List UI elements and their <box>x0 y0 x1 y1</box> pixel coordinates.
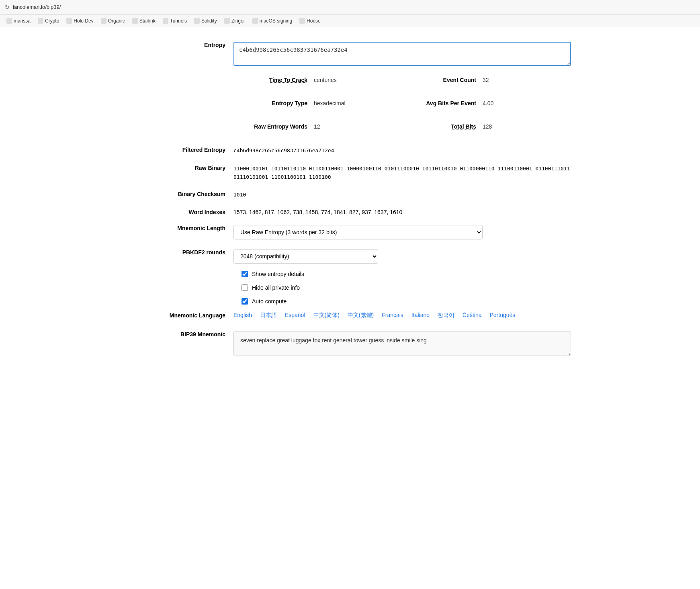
bip39-mnemonic-row: BIP39 Mnemonic seven replace great lugga… <box>129 329 571 357</box>
bookmark-tunnels[interactable]: Tunnels <box>160 17 190 25</box>
avg-bits-label: Avg Bits Per Event <box>402 100 483 106</box>
address-bar: ↻ iancoleman.io/bip39/ <box>0 0 700 14</box>
bookmark-macos-signing[interactable]: macOS signing <box>249 17 295 25</box>
bookmark-crypto-label: Crypto <box>45 18 59 24</box>
raw-binary-row: Raw Binary 11000100101 10110110110 01100… <box>129 162 571 182</box>
avg-bits-value: 4.00 <box>483 100 493 106</box>
bookmark-holo-dev[interactable]: Holo Dev <box>63 17 96 25</box>
bookmark-folder-icon <box>194 18 200 24</box>
bookmark-zinger-label: Zinger <box>231 18 245 24</box>
main-content: Entropy c4b6d998c265c56c983731676ea732e4… <box>0 27 700 589</box>
show-entropy-details-label[interactable]: Show entropy details <box>252 271 304 277</box>
event-count-col: Event Count 32 <box>402 77 571 83</box>
bookmark-starlink[interactable]: Starlink <box>129 17 159 25</box>
raw-binary-label: Raw Binary <box>129 162 233 171</box>
binary-checksum-row: Binary Checksum 1010 <box>129 188 571 199</box>
bookmark-solidity-label: Solidity <box>201 18 217 24</box>
language-link-italian[interactable]: Italiano <box>411 312 430 319</box>
raw-entropy-words-values: Raw Entropy Words 12 Total Bits 128 <box>233 121 571 137</box>
reload-icon: ↻ <box>5 4 10 10</box>
entropy-input[interactable]: c4b6d998c265c56c983731676ea732e4 <box>233 42 571 66</box>
entropy-type-label: Entropy Type <box>233 100 314 106</box>
bookmark-folder-icon <box>299 18 305 24</box>
bookmark-solidity[interactable]: Solidity <box>191 17 220 25</box>
bip39-mnemonic-wrapper: seven replace great luggage fox rent gen… <box>233 329 571 357</box>
bookmark-organic[interactable]: Organic <box>98 17 128 25</box>
raw-entropy-words-label: Raw Entropy Words <box>233 123 314 130</box>
bookmark-zinger[interactable]: Zinger <box>221 17 248 25</box>
bookmark-marissa[interactable]: marissa <box>3 17 34 25</box>
bookmark-folder-icon <box>224 18 230 24</box>
bookmarks-bar: marissa Crypto Holo Dev Organic Starlink… <box>0 14 700 27</box>
mnemonic-language-row: Mnemonic Language English日本語Español中文(简体… <box>129 312 571 319</box>
language-link-spanish[interactable]: Español <box>285 312 305 319</box>
language-link-portuguese[interactable]: Português <box>489 312 515 319</box>
language-link-english[interactable]: English <box>233 312 252 319</box>
show-entropy-details-checkbox[interactable] <box>242 271 248 277</box>
auto-compute-checkbox[interactable] <box>242 298 248 305</box>
bookmark-folder-icon <box>252 18 258 24</box>
bookmark-crypto[interactable]: Crypto <box>35 17 62 25</box>
pbkdf2-rounds-select[interactable]: 2048 (compatibility)10000Custom <box>233 249 378 264</box>
filtered-entropy-label: Filtered Entropy <box>129 144 233 153</box>
language-link-korean[interactable]: 한국어 <box>438 312 454 319</box>
raw-entropy-words-row: Raw Entropy Words 12 Total Bits 128 <box>129 121 571 137</box>
bookmark-starlink-label: Starlink <box>139 18 156 24</box>
word-indexes-row: Word Indexes 1573, 1462, 817, 1062, 738,… <box>129 207 571 215</box>
raw-entropy-words-col: Raw Entropy Words 12 <box>233 123 402 130</box>
language-link-french[interactable]: Français <box>382 312 403 319</box>
bookmark-house[interactable]: House <box>296 17 324 25</box>
spacer-label3 <box>129 121 233 123</box>
spacer-label <box>129 74 233 77</box>
two-col-raw-entropy: Raw Entropy Words 12 Total Bits 128 <box>233 123 571 130</box>
binary-checksum-text: 1010 <box>233 192 246 198</box>
filtered-entropy-row: Filtered Entropy c4b6d998c265c56c9837316… <box>129 144 571 155</box>
mnemonic-length-select[interactable]: Use Raw Entropy (3 words per 32 bits)12 … <box>233 225 483 239</box>
word-indexes-label: Word Indexes <box>129 207 233 215</box>
filtered-entropy-value: c4b6d998c265c56c983731676ea732e4 <box>233 144 571 155</box>
spacer-label2 <box>129 98 233 100</box>
bookmark-folder-icon <box>101 18 106 24</box>
form-section: Entropy c4b6d998c265c56c983731676ea732e4… <box>129 39 571 357</box>
time-event-row: Time To Crack centuries Event Count 32 <box>129 74 571 90</box>
bookmark-folder-icon <box>132 18 138 24</box>
mnemonic-length-row: Mnemonic Length Use Raw Entropy (3 words… <box>129 223 571 239</box>
word-indexes-value: 1573, 1462, 817, 1062, 738, 1458, 774, 1… <box>233 207 571 215</box>
raw-binary-value: 11000100101 10110110110 01100110001 1000… <box>233 162 571 182</box>
bookmark-macos-signing-label: macOS signing <box>260 18 292 24</box>
word-indexes-text: 1573, 1462, 817, 1062, 738, 1458, 774, 1… <box>233 209 402 215</box>
hide-private-info-row: Hide all private info <box>242 284 571 291</box>
bip39-mnemonic-label: BIP39 Mnemonic <box>129 329 233 337</box>
entropy-label: Entropy <box>129 39 233 48</box>
total-bits-col: Total Bits 128 <box>402 123 571 130</box>
pbkdf2-rounds-select-wrapper: 2048 (compatibility)10000Custom <box>233 247 571 264</box>
filtered-entropy-text: c4b6d998c265c56c983731676ea732e4 <box>233 147 334 153</box>
two-col-time-event: Time To Crack centuries Event Count 32 <box>233 77 571 83</box>
entropy-type-values: Entropy Type hexadecimal Avg Bits Per Ev… <box>233 98 571 114</box>
two-col-entropy-type: Entropy Type hexadecimal Avg Bits Per Ev… <box>233 100 571 106</box>
bookmark-holo-dev-label: Holo Dev <box>74 18 93 24</box>
total-bits-label: Total Bits <box>402 123 483 130</box>
time-to-crack-label: Time To Crack <box>233 77 314 83</box>
total-bits-value: 128 <box>483 123 492 130</box>
time-event-values: Time To Crack centuries Event Count 32 <box>233 74 571 90</box>
bookmark-organic-label: Organic <box>108 18 125 24</box>
language-link-czech[interactable]: Čeština <box>463 312 481 319</box>
mnemonic-language-label: Mnemonic Language <box>129 312 233 319</box>
bookmark-house-label: House <box>307 18 321 24</box>
url-display: iancoleman.io/bip39/ <box>13 4 61 10</box>
entropy-row: Entropy c4b6d998c265c56c983731676ea732e4 <box>129 39 571 67</box>
language-link-japanese[interactable]: 日本語 <box>260 312 277 319</box>
bookmark-tunnels-label: Tunnels <box>170 18 187 24</box>
raw-binary-text: 11000100101 10110110110 01100110001 1000… <box>233 166 570 180</box>
auto-compute-label[interactable]: Auto compute <box>252 298 287 305</box>
language-link-chinese-traditional[interactable]: 中文(繁體) <box>348 312 374 319</box>
event-count-value: 32 <box>483 77 489 83</box>
bookmark-folder-icon <box>38 18 43 24</box>
bip39-mnemonic-textarea[interactable]: seven replace great luggage fox rent gen… <box>233 331 571 356</box>
language-link-chinese-simplified[interactable]: 中文(简体) <box>313 312 340 319</box>
binary-checksum-value: 1010 <box>233 188 571 199</box>
hide-private-info-checkbox[interactable] <box>242 284 248 291</box>
mnemonic-length-label: Mnemonic Length <box>129 223 233 231</box>
hide-private-info-label[interactable]: Hide all private info <box>252 284 300 291</box>
